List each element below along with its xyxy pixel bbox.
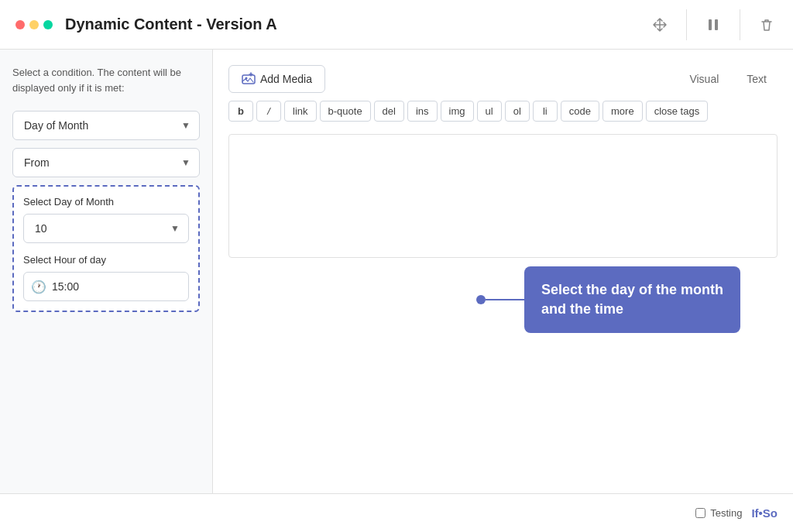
editor-area[interactable] — [228, 134, 778, 258]
app-container: Dynamic Content - Version A — [0, 0, 793, 532]
format-close-tags[interactable]: close tags — [646, 101, 709, 122]
window-dots — [15, 20, 53, 29]
dot-green — [43, 20, 53, 29]
add-media-button[interactable]: Add Media — [228, 65, 325, 93]
testing-label: Testing — [710, 507, 742, 519]
editor-toolbar-top: Add Media Visual Text — [228, 65, 778, 93]
text-view-button[interactable]: Text — [736, 68, 778, 90]
testing-wrapper: Testing — [695, 507, 742, 519]
footer: Testing If•So — [0, 493, 793, 532]
pause-button[interactable] — [702, 14, 724, 36]
tooltip-line — [486, 299, 524, 300]
format-del[interactable]: del — [374, 101, 404, 122]
condition-type-dropdown-wrapper: Day of Month Day of Week Hour of Day Dat… — [12, 111, 200, 140]
left-panel: Select a condition. The content will be … — [0, 50, 213, 493]
format-li[interactable]: li — [533, 101, 558, 122]
tooltip-text: Select the day of the monthand the time — [541, 282, 723, 317]
dot-yellow — [29, 20, 39, 29]
format-bold[interactable]: b — [228, 101, 253, 122]
format-ins[interactable]: ins — [407, 101, 438, 122]
svg-rect-0 — [709, 19, 712, 30]
tooltip-container: Select the day of the monthand the time — [476, 266, 740, 333]
add-media-label: Add Media — [260, 73, 312, 85]
move-button[interactable] — [649, 14, 671, 36]
page-title: Dynamic Content - Version A — [65, 15, 637, 33]
brand-name: If•So — [751, 506, 778, 520]
visual-view-button[interactable]: Visual — [678, 68, 729, 90]
time-input-wrapper: 🕐 — [23, 272, 189, 301]
dot-red — [15, 20, 25, 29]
tooltip-box: Select the day of the monthand the time — [524, 266, 740, 333]
right-panel: Add Media Visual Text b / link b-quote d… — [213, 50, 793, 493]
time-input[interactable] — [23, 272, 189, 301]
delete-button[interactable] — [756, 14, 778, 36]
main-content: Select a condition. The content will be … — [0, 50, 793, 493]
condition-range-dropdown[interactable]: From To Exact — [12, 148, 200, 177]
svg-rect-1 — [715, 19, 718, 30]
tooltip-dot — [476, 295, 486, 304]
day-select-wrapper: 10 1234 5678 9111213 14151617 18192021 2… — [23, 214, 189, 243]
format-bquote[interactable]: b-quote — [320, 101, 371, 122]
format-bar: b / link b-quote del ins img ul ol li co… — [228, 101, 778, 122]
dashed-selection-box: Select Day of Month 10 1234 5678 9111213… — [12, 185, 200, 312]
hour-select-label: Select Hour of day — [23, 254, 189, 266]
header-actions — [649, 9, 778, 40]
format-ol[interactable]: ol — [505, 101, 530, 122]
header: Dynamic Content - Version A — [0, 0, 793, 50]
brand-logo: If•So — [751, 506, 778, 520]
condition-description: Select a condition. The content will be … — [12, 65, 200, 95]
format-more[interactable]: more — [602, 101, 643, 122]
format-code[interactable]: code — [561, 101, 599, 122]
format-link[interactable]: link — [284, 101, 317, 122]
format-ul[interactable]: ul — [477, 101, 502, 122]
day-select[interactable]: 10 1234 5678 9111213 14151617 18192021 2… — [23, 214, 189, 243]
format-img[interactable]: img — [441, 101, 474, 122]
clock-icon: 🕐 — [31, 280, 46, 294]
day-select-label: Select Day of Month — [23, 196, 189, 208]
header-divider-2 — [740, 9, 740, 40]
format-italic[interactable]: / — [256, 101, 281, 122]
condition-range-dropdown-wrapper: From To Exact ▼ — [12, 148, 200, 177]
header-divider — [686, 9, 687, 40]
view-toggle: Visual Text — [678, 68, 778, 90]
condition-type-dropdown[interactable]: Day of Month Day of Week Hour of Day Dat… — [12, 111, 200, 140]
testing-checkbox[interactable] — [695, 508, 705, 518]
